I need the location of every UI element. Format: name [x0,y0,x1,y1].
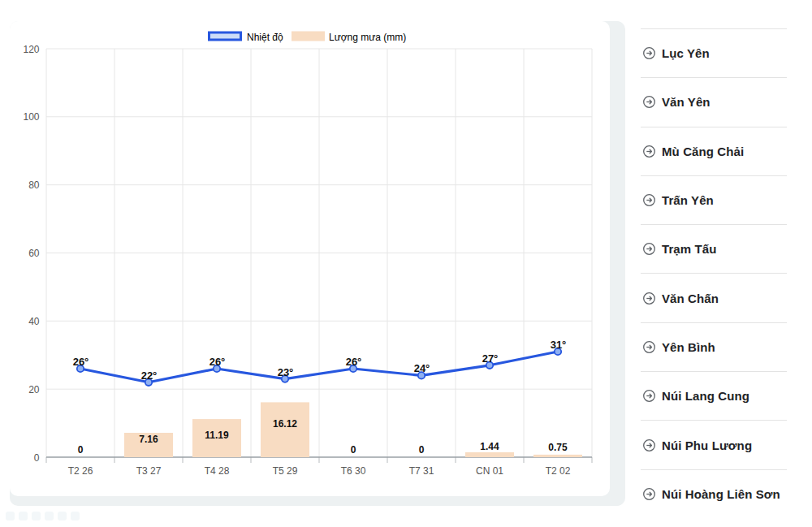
svg-text:T6 30: T6 30 [341,465,366,477]
svg-text:23°: 23° [278,366,294,378]
svg-text:T5 29: T5 29 [273,465,298,477]
svg-text:26°: 26° [346,356,362,368]
svg-text:T7 31: T7 31 [409,465,434,477]
svg-text:Lượng mưa (mm): Lượng mưa (mm) [329,32,406,43]
svg-text:24°: 24° [414,362,430,374]
svg-text:27°: 27° [482,352,499,365]
svg-text:40: 40 [28,316,40,327]
svg-text:7.16: 7.16 [139,434,158,445]
svg-text:80: 80 [28,179,40,191]
svg-text:26°: 26° [209,356,226,368]
svg-text:20: 20 [28,384,40,395]
svg-text:T2 02: T2 02 [546,465,571,477]
svg-text:16.12: 16.12 [273,418,297,430]
svg-text:CN 01: CN 01 [476,465,503,477]
svg-text:0: 0 [351,444,356,456]
svg-text:11.19: 11.19 [205,430,229,441]
svg-text:T4 28: T4 28 [205,465,230,477]
svg-text:22°: 22° [141,369,158,382]
svg-text:0: 0 [419,444,425,456]
svg-text:60: 60 [28,248,40,259]
svg-text:T2 26: T2 26 [68,465,93,477]
svg-text:100: 100 [23,111,39,123]
svg-text:T3 27: T3 27 [136,465,162,477]
svg-text:26°: 26° [73,356,89,368]
svg-text:1.44: 1.44 [480,441,499,452]
svg-text:0: 0 [78,444,84,456]
svg-text:0.75: 0.75 [548,442,568,453]
svg-text:120: 120 [23,44,39,55]
svg-text:Nhiệt độ: Nhiệt độ [247,32,283,43]
svg-text:0: 0 [34,452,40,464]
svg-text:31°: 31° [551,339,567,351]
